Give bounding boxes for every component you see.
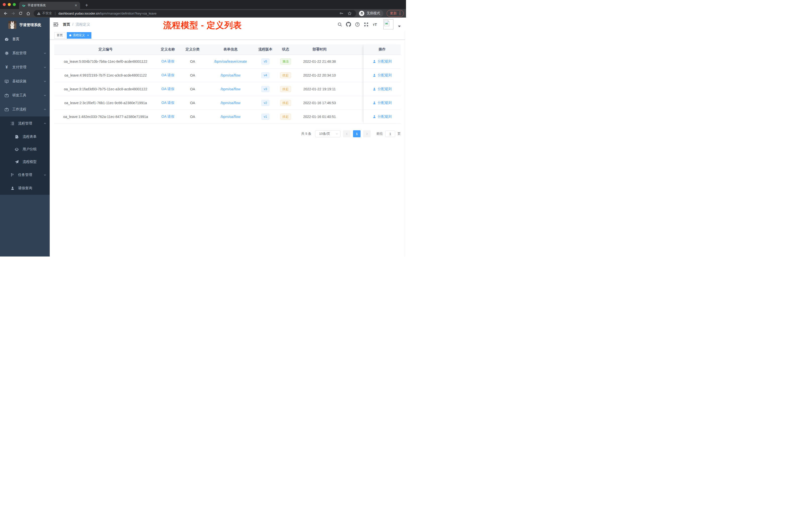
main-content: 定义编号 定义名称 定义分类 表单信息 流程版本 状态 部署时间 操作 oa_l…	[50, 40, 406, 256]
column-header: 状态	[276, 44, 295, 55]
tag-close-icon[interactable]: ×	[87, 34, 89, 37]
prev-page-button[interactable]	[343, 130, 350, 137]
definition-category: OA	[179, 82, 206, 96]
tab-close-icon[interactable]: ✕	[75, 4, 77, 7]
form-link[interactable]: /bpm/oa/flow	[221, 101, 240, 105]
sidebar-item-infrastructure[interactable]: 基础设施	[0, 74, 50, 88]
back-icon[interactable]	[2, 10, 9, 16]
browser-menu-icon[interactable]	[400, 11, 401, 15]
assign-rule-button[interactable]: 分配规则	[373, 87, 392, 91]
assign-rule-button[interactable]: 分配规则	[373, 73, 392, 78]
version-badge: v1	[261, 114, 269, 120]
address-bar[interactable]: 不安全 | dashboard.yudao.iocoder.cn/bpm/man…	[34, 10, 356, 17]
incognito-badge[interactable]: 无痕模式	[358, 10, 383, 17]
gauge-icon	[4, 37, 9, 41]
row-filler	[344, 55, 363, 68]
help-question-icon[interactable]: ?	[355, 22, 360, 27]
breadcrumb-home[interactable]: 首页	[63, 22, 70, 27]
fullscreen-icon[interactable]	[364, 22, 369, 27]
page-size-select[interactable]: 10条/页	[315, 130, 341, 137]
definition-name-link[interactable]: OA 请假	[162, 115, 174, 119]
tab-strip: 芋道管理系统 ✕ +	[0, 0, 406, 9]
definition-id: oa_leave:3:1fad3d93-7b75-11ec-a3c8-acde4…	[54, 82, 157, 96]
key-icon[interactable]	[338, 10, 345, 16]
sidebar-item-home[interactable]: 首页	[0, 32, 50, 46]
app-logo-row[interactable]: 芋道管理系统	[0, 18, 50, 32]
sidebar-item-dev-tools[interactable]: 研发工具	[0, 88, 50, 102]
forward-icon[interactable]	[10, 10, 16, 16]
form-link[interactable]: /bpm/oa/flow	[221, 115, 240, 119]
sidebar-item-label: 工作流程	[12, 107, 40, 112]
sidebar-item-process-form[interactable]: 流程表单	[0, 130, 50, 143]
chevron-down-icon	[44, 94, 47, 97]
avatar[interactable]	[383, 19, 394, 29]
definition-name-link[interactable]: OA 请假	[162, 73, 174, 78]
zoom-window-button[interactable]	[13, 3, 16, 6]
next-page-button[interactable]	[363, 130, 371, 137]
yen-icon: ¥	[4, 65, 9, 69]
minimize-window-button[interactable]	[8, 3, 11, 6]
github-icon[interactable]	[346, 22, 351, 27]
close-window-button[interactable]	[3, 3, 6, 6]
sidebar-submenu-workflow: 流程管理 流程表单 用户分组 流程模型 任务管理	[0, 117, 50, 195]
sidebar-item-label: 流程管理	[18, 121, 40, 126]
table-row: oa_leave:3:1fad3d93-7b75-11ec-a3c8-acde4…	[54, 82, 401, 96]
assign-rule-button[interactable]: 分配规则	[373, 101, 392, 105]
browser-update-button[interactable]: 更新	[387, 10, 404, 17]
form-link[interactable]: /bpm/oa/leave/create	[214, 59, 247, 63]
chevron-down-icon	[336, 132, 338, 135]
sidebar-item-leave-query[interactable]: 请假查询	[0, 181, 50, 195]
goto-label: 前往	[376, 131, 383, 136]
tag-process-definition[interactable]: 流程定义 ×	[67, 32, 91, 39]
tree-list-icon	[10, 121, 14, 126]
form-link[interactable]: /bpm/oa/flow	[221, 73, 240, 77]
version-badge: v2	[261, 100, 269, 106]
security-warning-icon[interactable]	[37, 11, 41, 15]
sidebar-item-workflow[interactable]: 工作流程	[0, 102, 50, 117]
browser-tab[interactable]: 芋道管理系统 ✕	[19, 2, 80, 9]
sidebar-item-label: 用户分组	[23, 147, 47, 152]
assign-rule-button[interactable]: 分配规则	[373, 59, 392, 64]
person-icon	[373, 87, 376, 91]
sidebar-item-label: 支付管理	[12, 65, 40, 69]
sidebar-item-task-management[interactable]: 任务管理	[0, 168, 50, 181]
reload-icon[interactable]	[17, 10, 24, 16]
url-text[interactable]: dashboard.yudao.iocoder.cn/bpm/manager/d…	[58, 11, 157, 15]
avatar-caret-icon[interactable]	[398, 25, 401, 27]
new-tab-button[interactable]: +	[83, 2, 90, 9]
bookmark-star-icon[interactable]	[346, 10, 353, 16]
goto-page-input[interactable]	[385, 130, 395, 137]
branch-icon	[10, 173, 14, 177]
form-link[interactable]: /bpm/oa/flow	[221, 87, 240, 91]
font-size-icon[interactable]: ᴛT	[372, 22, 377, 27]
sidebar-item-user-group[interactable]: 用户分组	[0, 143, 50, 156]
update-label: 更新	[390, 11, 397, 16]
tag-label: 流程定义	[73, 33, 85, 37]
tag-home[interactable]: 首页	[54, 32, 65, 39]
sidebar-item-system[interactable]: 系统管理	[0, 46, 50, 60]
column-header: 操作	[363, 44, 401, 55]
app-title: 芋道管理系统	[19, 23, 41, 27]
home-icon[interactable]	[25, 10, 31, 16]
scrollbar-gutter[interactable]	[405, 31, 406, 256]
sidebar-item-process-model[interactable]: 流程模型	[0, 156, 50, 168]
assign-rule-button[interactable]: 分配规则	[373, 115, 392, 119]
pagination-total: 共 5 条	[301, 131, 311, 136]
definition-name-link[interactable]: OA 请假	[162, 59, 174, 64]
security-label[interactable]: 不安全	[42, 11, 52, 16]
tags-view-bar: 首页 流程定义 ×	[50, 31, 406, 40]
current-page-button[interactable]: 1	[353, 130, 360, 137]
chevron-up-icon	[44, 122, 47, 125]
browser-chrome: 芋道管理系统 ✕ + 不安全 | dashboard.yudao.iocoder…	[0, 0, 406, 18]
sidebar-item-process-management[interactable]: 流程管理	[0, 117, 50, 130]
collapse-sidebar-icon[interactable]	[52, 21, 59, 28]
search-icon[interactable]	[337, 22, 342, 27]
status-badge: 激活	[280, 58, 291, 65]
table-row: oa_leave:2:3c1f0ef1-76b1-11ec-9c66-a2380…	[54, 96, 401, 110]
sidebar-item-label: 系统管理	[12, 51, 40, 56]
definition-name-link[interactable]: OA 请假	[162, 101, 174, 105]
definition-name-link[interactable]: OA 请假	[162, 87, 174, 91]
status-badge: 挂起	[280, 100, 291, 106]
sidebar-item-label: 流程模型	[23, 160, 47, 164]
sidebar-item-payment[interactable]: ¥ 支付管理	[0, 60, 50, 74]
